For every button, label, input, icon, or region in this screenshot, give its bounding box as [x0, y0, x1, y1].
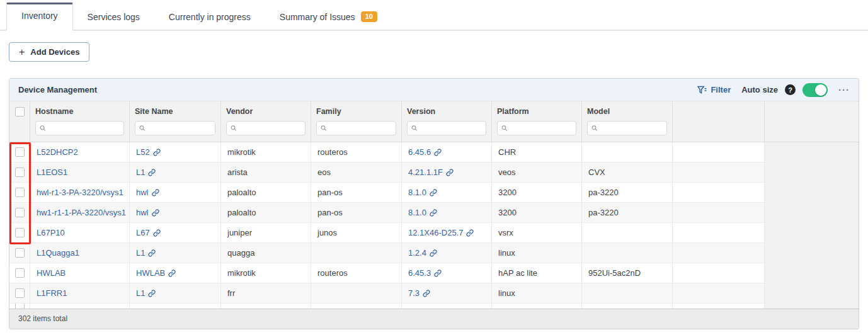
- family-cell: [311, 283, 402, 304]
- tab-inventory[interactable]: Inventory: [6, 3, 73, 31]
- version-link[interactable]: 6.45.3: [408, 268, 442, 278]
- add-devices-button[interactable]: + Add Devices: [9, 42, 89, 62]
- issues-count-badge: 10: [361, 11, 377, 22]
- row-checkbox[interactable]: [15, 248, 25, 258]
- panel-header: Device Management Filter Auto size ? ···: [9, 79, 859, 101]
- row-checkbox[interactable]: [15, 288, 25, 298]
- table-body: L52DHCP2 L52 mikrotik routeros 6.45.6 CH…: [9, 142, 859, 309]
- site-search: [135, 121, 215, 135]
- table-row: L1Quagga1 L1 quagga 1.2.4 linux: [9, 243, 859, 263]
- version-link[interactable]: 12.1X46-D25.7: [408, 228, 474, 237]
- hostname-link[interactable]: hwl-r1-3-PA-3220/vsys1: [37, 188, 123, 197]
- version-link[interactable]: 8.1.0: [408, 188, 437, 197]
- filter-button[interactable]: Filter: [697, 85, 731, 94]
- tab-label: Inventory: [21, 11, 58, 21]
- family-search-input[interactable]: [330, 123, 392, 133]
- empty-cell: [673, 263, 765, 283]
- vendor-cell: mikrotik: [221, 263, 311, 283]
- plus-icon: +: [19, 48, 25, 57]
- version-link[interactable]: 6.45.6: [408, 147, 442, 157]
- vendor-search-input[interactable]: [240, 123, 301, 133]
- site-link[interactable]: L67: [136, 228, 161, 237]
- column-platform: Platform: [492, 101, 582, 142]
- hostname-link[interactable]: HWLAB: [37, 268, 66, 278]
- search-icon: [501, 125, 508, 132]
- search-icon: [139, 125, 146, 132]
- row-checkbox[interactable]: [15, 268, 25, 278]
- link-icon: [423, 290, 430, 297]
- column-label: Site Name: [135, 107, 215, 116]
- version-link[interactable]: 4.21.1.1F: [408, 168, 454, 177]
- site-link[interactable]: L52: [136, 147, 161, 157]
- row-checkbox[interactable]: [15, 304, 25, 309]
- vendor-cell: quagga: [221, 243, 311, 263]
- column-label: Vendor: [226, 107, 306, 116]
- version-link[interactable]: 8.1.0: [408, 208, 437, 217]
- table-row: HWLAB HWLAB mikrotik routeros 6.45.3 hAP…: [9, 263, 859, 283]
- row-checkbox[interactable]: [15, 188, 25, 197]
- row-filler: [765, 243, 859, 263]
- platform-search-input[interactable]: [511, 123, 572, 133]
- version-link[interactable]: 7.3: [408, 288, 430, 298]
- row-checkbox[interactable]: [15, 208, 25, 217]
- tab-label: Currently in progress: [169, 12, 251, 22]
- version-link[interactable]: 1.2.4: [408, 248, 437, 258]
- empty-cell: [673, 162, 765, 183]
- autosize-toggle[interactable]: [802, 83, 828, 97]
- row-checkbox[interactable]: [15, 168, 25, 177]
- site-link[interactable]: L1: [136, 168, 156, 177]
- items-total-text: 302 items total: [18, 314, 67, 323]
- model-cell: pa-3220: [582, 183, 673, 203]
- column-hostname: Hostname: [30, 101, 130, 142]
- link-icon: [466, 229, 474, 237]
- link-icon: [430, 249, 437, 257]
- model-cell: [582, 283, 673, 304]
- tab-summary-of-issues[interactable]: Summary of Issues 10: [265, 3, 392, 31]
- autosize-label: Auto size: [741, 85, 778, 94]
- site-name: HWLAB: [136, 268, 165, 278]
- family-cell: eos: [311, 162, 402, 183]
- row-checkbox[interactable]: [15, 228, 25, 237]
- hostname-link[interactable]: L1FRR1: [37, 288, 67, 298]
- hostname-link[interactable]: L52DHCP2: [37, 147, 78, 157]
- model-search: [587, 121, 667, 135]
- version-search-input[interactable]: [421, 123, 482, 133]
- tab-label: Summary of Issues: [280, 12, 355, 22]
- search-icon: [40, 125, 46, 132]
- tab-bar: Inventory Services logs Currently in pro…: [0, 0, 868, 31]
- hostname-link[interactable]: hw1-r1-1-PA-3220/vsys1: [37, 208, 126, 217]
- site-name: hwl: [136, 208, 149, 217]
- row-checkbox[interactable]: [15, 147, 25, 157]
- site-link[interactable]: hwl: [136, 208, 159, 217]
- hostname-link[interactable]: L1Quagga1: [37, 248, 79, 258]
- site-link[interactable]: L1: [136, 248, 156, 258]
- site-link[interactable]: L1: [136, 288, 156, 298]
- panel-controls: Filter Auto size ? ···: [697, 83, 850, 97]
- select-all-checkbox[interactable]: [15, 107, 25, 116]
- column-site-name: Site Name: [130, 101, 221, 142]
- platform-cell: CHR: [492, 142, 582, 162]
- column-family: Family: [311, 101, 402, 142]
- family-cell: junos: [311, 223, 402, 243]
- device-management-panel: Device Management Filter Auto size ? ···: [9, 78, 859, 329]
- help-icon[interactable]: ?: [785, 84, 796, 95]
- search-icon: [591, 125, 598, 132]
- tab-currently-in-progress[interactable]: Currently in progress: [154, 3, 265, 31]
- hostname-link[interactable]: L1EOS1: [37, 168, 67, 177]
- tab-services-logs[interactable]: Services logs: [73, 3, 154, 31]
- empty-cell: [673, 183, 765, 203]
- toggle-knob: [815, 84, 826, 96]
- hostname-search-input[interactable]: [49, 123, 120, 133]
- link-icon: [153, 149, 161, 156]
- site-search-input[interactable]: [149, 123, 211, 133]
- model-search-input[interactable]: [601, 123, 663, 133]
- site-link[interactable]: HWLAB: [136, 268, 176, 278]
- version-text: 7.3: [408, 288, 420, 298]
- site-link[interactable]: hwl: [136, 188, 159, 197]
- site-name: hwl: [136, 188, 149, 197]
- more-options-button[interactable]: ···: [838, 84, 850, 95]
- filter-icon: [697, 86, 707, 94]
- empty-cell: [673, 283, 765, 304]
- hostname-link[interactable]: L67P10: [37, 228, 65, 237]
- model-cell: [582, 243, 673, 263]
